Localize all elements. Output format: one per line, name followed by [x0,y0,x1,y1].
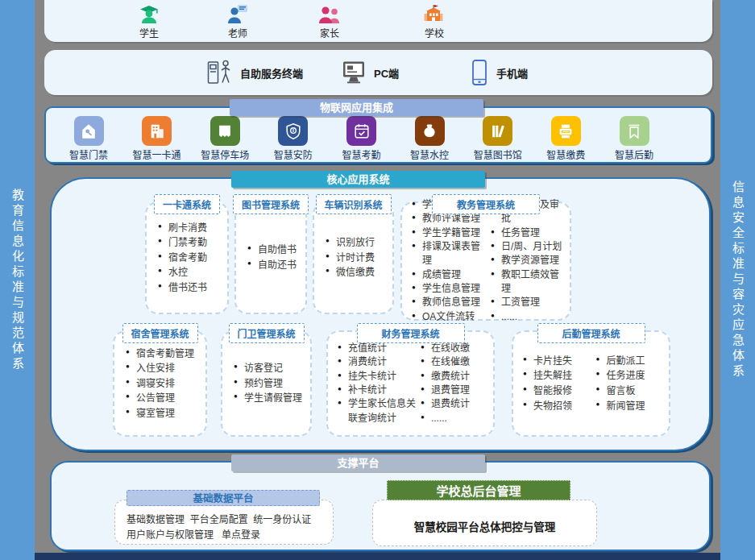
list-item: 计时计费 [326,251,392,266]
door-access-icon [74,116,104,146]
iot-label: 智慧门禁 [69,147,108,161]
list-item: 失物招领 [523,399,593,414]
list-item: 新闻管理 [596,399,666,414]
list-item: 寝室管理 [126,406,205,421]
teacher-icon [226,3,249,26]
basic-platform-line: 用户账户与权限管理 单点登录 [127,528,333,543]
list-item: 在线催缴 [421,355,490,369]
list-item: 水控 [158,265,227,280]
user-label: 老师 [228,26,247,39]
desktop-icon [341,60,367,85]
school-backend-title: 学校总后台管理 [387,480,570,500]
system-box-gatekeeper: 门卫管理系统 访客登记 预约管理 学生请假管理 [221,330,312,437]
system-box-logistics: 后勤管理系统 卡片挂失 挂失解挂 智能报修 失物招领 后勤派工 任务进度 留言板… [512,330,670,437]
right-standards-label: 信息安全标准与容灾应急体系 [729,180,746,380]
iot-label: 智慧图书馆 [474,147,522,161]
system-box-title: 教务管理系统 [432,194,540,214]
attendance-calendar-icon [346,116,376,146]
list-item: 在线收缴 [421,342,490,355]
list-item: 消费统计 [338,355,417,369]
list-item: 排课及课表管理 [412,240,487,268]
iot-label: 智慧考勤 [342,147,380,161]
list-item: 门禁考勤 [158,235,227,251]
system-item-list: 访客登记 预约管理 学生请假管理 [222,361,310,406]
terminal-label: 自助服务终端 [240,65,303,81]
system-item-list: 学生评分管理 教师评课管理 学生学籍管理 排课及课表管理 成绩管理 学生信息管理… [409,198,487,325]
list-item: 教职工绩效管理 [491,268,566,297]
kiosk-icon [205,57,233,88]
list-item: 补卡统计 [338,384,417,397]
left-standards-label: 教育信息化标准与规范体系 [9,189,26,372]
iot-item-payment: 智慧缴费 [534,116,597,161]
user-label: 学生 [139,26,159,39]
list-item: 预约管理 [234,376,310,392]
terminal-label: 手机端 [496,65,528,81]
list-item: 公告管理 [126,391,205,406]
system-box-title: 一卡通系统 [154,194,220,214]
iot-item-attendance: 智慧考勤 [330,116,393,161]
system-box-vehicle: 车辆识别系统 识别放行 计时计费 微信缴费 [313,201,394,314]
system-box-title: 图书管理系统 [233,194,309,214]
user-label: 家长 [320,26,339,39]
logistics-bookmark-icon [620,116,649,146]
core-systems-panel: 核心应用系统 一卡通系统 刷卡消费 门禁考勤 宿舍考勤 水控 借书还书 图书管理… [50,177,711,451]
system-item-list: 宿舍考勤管理 入住安排 调寝安排 公告管理 寝室管理 [114,346,205,421]
list-item: 自助还书 [247,258,305,273]
list-item: 日/周、月计划 [491,240,566,254]
list-item: 自助借书 [247,243,305,258]
list-item: 教师信息管理 [412,296,487,309]
list-item: 微信缴费 [326,265,392,280]
list-item: 学生家长信息关联查询统计 [338,397,417,425]
system-box-title: 门卫管理系统 [228,323,304,343]
list-item: 调寝安排 [126,376,205,392]
list-item: 任务管理 [491,226,566,240]
iot-item-parking: 智慧停车场 [193,116,256,161]
list-item: 卡片挂失 [523,354,593,369]
system-columns: 卡片挂失 挂失解挂 智能报修 失物招领 后勤派工 任务进度 留言板 新闻管理 [513,354,669,413]
iot-label: 智慧后勤 [615,147,653,161]
list-item: 充值统计 [338,342,417,355]
list-item: 智能报修 [523,384,593,399]
list-item: 成绩管理 [412,268,487,282]
iot-item-library: 智慧图书馆 [467,116,529,161]
system-item-list: 卡片挂失 挂失解挂 智能报修 失物招领 [520,354,593,413]
iot-label: 智慧水控 [410,147,449,161]
parents-icon [317,3,342,26]
mobile-icon [470,59,489,86]
list-item: 缴费统计 [421,370,490,384]
system-columns: 充值统计 消费统计 挂失卡统计 补卡统计 学生家长信息关联查询统计 在线收缴 在… [328,342,493,425]
iot-label: 智慧一卡通 [133,147,181,161]
student-icon [138,3,160,26]
smart-campus-architecture-diagram: 教育信息化标准与规范体系 信息安全标准与容灾应急体系 学生 老师 [0,0,755,560]
iot-item-water: 智慧水控 [398,116,461,161]
system-columns: 学生评分管理 教师评课管理 学生学籍管理 排课及课表管理 成绩管理 学生信息管理… [402,198,570,325]
terminal-label: PC端 [374,65,399,81]
system-box-title: 宿舍管理系统 [122,323,197,343]
iot-item-logistics: 智慧后勤 [603,116,666,161]
system-box-onecard: 一卡通系统 刷卡消费 门禁考勤 宿舍考勤 水控 借书还书 [145,201,229,314]
list-item: 工资管理 [491,296,566,309]
school-backend-box: 智慧校园平台总体把控与管理 [372,500,597,546]
list-item: 任务进度 [596,368,666,384]
list-item: 挂失解挂 [523,368,593,384]
list-item: 借书还书 [158,280,227,296]
list-item: 退费管理 [421,384,490,397]
system-item-list: 识别放行 计时计费 微信缴费 [314,235,392,280]
system-box-title: 后勤管理系统 [537,323,645,343]
school-icon [422,3,446,26]
list-item: 退费统计 [421,397,490,411]
list-item: ...... [421,412,490,425]
iot-label: 智慧安防 [274,147,313,161]
list-item: 后勤派工 [596,354,666,369]
user-label: 学校 [425,26,444,39]
basic-data-platform-title: 基础数据平台 [127,490,320,506]
system-box-title: 车辆识别系统 [315,194,391,214]
list-item: 入住安排 [126,361,205,376]
list-item: 宿舍考勤管理 [126,346,205,362]
basic-platform-line: 基础数据管理 平台全局配置 统一身份认证 [127,512,333,528]
list-item: 教学资源管理 [491,254,566,268]
payment-printer-icon [551,116,581,146]
library-books-icon [483,116,512,146]
list-item: 识别放行 [326,235,392,251]
iot-section-header: 物联网应用集成 [230,99,483,116]
